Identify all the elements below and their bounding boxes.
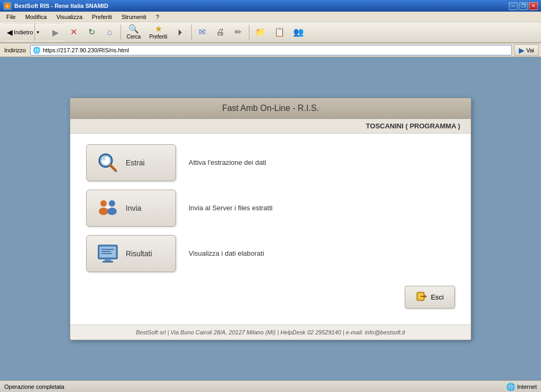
app-icon: e — [3, 2, 12, 10]
title-bar-left: e BestSoft RIS - Rene Italia SNAMID — [3, 2, 108, 10]
menu-help[interactable]: ? — [152, 13, 163, 21]
risultati-row: Risultati Visualizza i dati elaborati — [86, 235, 455, 272]
address-label: Indirizzo — [2, 47, 28, 53]
search-label: Cerca — [127, 34, 141, 40]
stop-icon: ✕ — [70, 28, 77, 36]
star-icon: ★ — [155, 25, 162, 33]
estrai-label: Estrai — [126, 158, 145, 167]
separator-2 — [191, 25, 192, 40]
status-bar: Operazione completata 🌐 Internet — [0, 380, 541, 392]
home-icon: ⌂ — [107, 28, 113, 36]
app-body: Estrai Attiva l'estrazione dei dati — [70, 134, 471, 324]
back-dropdown-icon[interactable]: ▼ — [34, 23, 42, 41]
svg-point-9 — [109, 200, 115, 207]
risultati-button[interactable]: Risultati — [86, 235, 176, 272]
discuss-icon: 👥 — [293, 28, 304, 36]
search-icon: 🔍 — [128, 25, 139, 33]
refresh-button[interactable]: ↻ — [83, 23, 100, 41]
edit-icon: ✏ — [235, 28, 241, 36]
invia-description: Invia al Server i files estratti — [189, 204, 455, 212]
estrai-icon — [95, 150, 120, 175]
address-icon: 🌐 — [33, 46, 41, 54]
risultati-description: Visualizza i dati elaborati — [189, 249, 455, 257]
go-label: Vai — [526, 47, 534, 53]
invia-label: Invia — [126, 204, 142, 212]
window-controls: ─ ❐ ✕ — [509, 2, 538, 10]
svg-point-8 — [99, 208, 108, 215]
svg-rect-19 — [102, 261, 113, 263]
folder-icon: 📁 — [255, 28, 266, 36]
exit-icon — [416, 291, 427, 304]
address-input[interactable] — [43, 47, 509, 53]
svg-rect-18 — [105, 259, 111, 261]
home-button[interactable]: ⌂ — [101, 23, 118, 41]
separator-1 — [120, 25, 121, 40]
svg-marker-23 — [425, 295, 427, 298]
menu-preferiti[interactable]: Preferiti — [88, 13, 116, 21]
print-button[interactable]: 🖨 — [212, 23, 229, 41]
invia-button[interactable]: Invia — [86, 190, 176, 227]
internet-icon: 🌐 — [506, 382, 515, 391]
history-icon: 📋 — [274, 28, 285, 36]
discuss-button[interactable]: 👥 — [290, 23, 307, 41]
close-button[interactable]: ✕ — [529, 2, 538, 10]
app-window: Fast Amb On-Line - R.I.S. TOSCANINI ( PR… — [70, 98, 471, 340]
menu-strumenti[interactable]: Strumenti — [117, 13, 151, 21]
menu-visualizza[interactable]: Visualizza — [52, 13, 87, 21]
edit-button[interactable]: ✏ — [230, 23, 247, 41]
risultati-icon — [95, 241, 120, 266]
forward-button[interactable]: ▶ — [46, 23, 64, 41]
status-zone: 🌐 Internet — [502, 382, 541, 391]
footer-text: BestSoft srl | Via Bono Cairoli 28/A, 20… — [136, 329, 405, 335]
risultati-label: Risultati — [126, 249, 152, 258]
exit-label: Esci — [431, 293, 444, 301]
folder-button[interactable]: 📁 — [251, 23, 269, 41]
back-label: Indietro — [14, 29, 33, 35]
favorites-button[interactable]: ★ Preferiti — [145, 23, 171, 41]
estrai-description: Attiva l'estrazione dei dati — [189, 158, 455, 166]
mail-button[interactable]: ✉ — [194, 23, 211, 41]
menu-modifica[interactable]: Modifica — [21, 13, 51, 21]
favorites-label: Preferiti — [149, 34, 167, 40]
window-title: BestSoft RIS - Rene Italia SNAMID — [14, 3, 108, 9]
footer-buttons: Esci — [86, 281, 455, 309]
svg-line-6 — [110, 165, 115, 170]
media-icon: ⏵ — [176, 28, 185, 36]
refresh-icon: ↻ — [88, 28, 95, 36]
back-arrow-icon: ◀ — [7, 28, 13, 36]
minimize-button[interactable]: ─ — [509, 2, 518, 10]
search-button[interactable]: 🔍 Cerca — [123, 23, 145, 41]
print-icon: 🖨 — [216, 28, 225, 36]
menu-bar: File Modifica Visualizza Preferiti Strum… — [0, 12, 541, 22]
app-subheader: TOSCANINI ( PROGRAMMA ) — [70, 119, 471, 134]
go-arrow-icon: ▶ — [519, 46, 525, 54]
user-program-label: TOSCANINI ( PROGRAMMA ) — [366, 122, 460, 130]
back-button[interactable]: ◀ Indietro ▼ — [2, 23, 45, 41]
svg-point-5 — [101, 156, 106, 161]
media-button[interactable]: ⏵ — [172, 23, 189, 41]
svg-point-10 — [107, 208, 117, 215]
separator-3 — [249, 25, 249, 40]
address-input-wrap: 🌐 — [30, 45, 512, 55]
invia-row: Invia Invia al Server i files estratti — [86, 190, 455, 227]
back-forward-group: ◀ Indietro ▼ ▶ — [2, 23, 64, 41]
app-footer: BestSoft srl | Via Bono Cairoli 28/A, 20… — [70, 324, 471, 340]
stop-button[interactable]: ✕ — [66, 23, 82, 41]
history-button[interactable]: 📋 — [270, 23, 288, 41]
svg-rect-14 — [100, 247, 116, 257]
menu-file[interactable]: File — [2, 13, 20, 21]
status-text: Operazione completata — [0, 384, 502, 390]
mail-icon: ✉ — [199, 28, 206, 36]
main-area: Fast Amb On-Line - R.I.S. TOSCANINI ( PR… — [0, 57, 541, 380]
go-button[interactable]: ▶ Vai — [514, 44, 539, 56]
address-bar: Indirizzo 🌐 ▶ Vai — [0, 43, 541, 57]
exit-button[interactable]: Esci — [405, 286, 455, 309]
estrai-button[interactable]: Estrai — [86, 144, 176, 181]
app-title: Fast Amb On-Line - R.I.S. — [222, 104, 319, 113]
zone-label: Internet — [517, 384, 537, 390]
title-bar: e BestSoft RIS - Rene Italia SNAMID ─ ❐ … — [0, 0, 541, 12]
svg-point-7 — [100, 200, 107, 207]
restore-button[interactable]: ❐ — [519, 2, 528, 10]
toolbar: ◀ Indietro ▼ ▶ ✕ ↻ ⌂ 🔍 Cerca ★ Preferiti… — [0, 22, 541, 43]
svg-text:e: e — [6, 4, 9, 8]
